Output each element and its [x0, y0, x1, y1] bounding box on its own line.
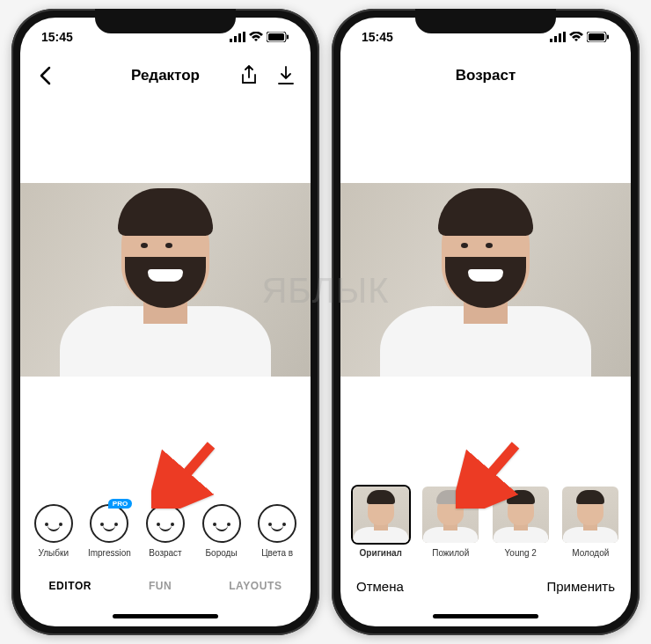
svg-rect-2 [238, 33, 241, 42]
age-thumb-original [353, 487, 409, 543]
filter-label: Улыбки [26, 548, 82, 558]
filter-icon-age [146, 504, 185, 543]
home-indicator[interactable] [20, 605, 311, 626]
filter-icon-beards [202, 504, 241, 543]
age-label: Young 2 [489, 548, 552, 558]
status-icons [550, 32, 610, 42]
status-time: 15:45 [362, 30, 393, 44]
chevron-left-icon [39, 66, 51, 85]
filter-icon-colors [258, 504, 296, 543]
svg-rect-6 [287, 35, 289, 40]
age-item-young2[interactable]: Young 2 [489, 487, 552, 558]
nav-bar-left: Редактор [20, 56, 311, 95]
wifi-icon [569, 32, 583, 42]
photo-area-right[interactable] [340, 183, 631, 377]
age-strip[interactable]: Оригинал Пожилой Young 2 Молодой [340, 487, 631, 567]
age-thumb-young2 [493, 487, 549, 543]
status-time: 15:45 [41, 30, 73, 44]
age-label: Оригинал [349, 548, 413, 558]
filter-label: Возраст [137, 548, 194, 558]
phone-notch [415, 9, 556, 33]
signal-icon [230, 32, 245, 42]
filter-item-beards[interactable]: Бороды [194, 504, 250, 558]
phone-left: 15:45 Редактор [11, 9, 319, 635]
filter-label: Impression [82, 548, 138, 558]
nav-bar-right: Возраст [340, 56, 631, 95]
age-label: Молодой [559, 548, 622, 558]
share-button[interactable] [238, 65, 260, 86]
phone-right: 15:45 Возраст [332, 9, 640, 635]
svg-rect-5 [268, 33, 284, 40]
action-bar: Отмена Применить [340, 567, 631, 605]
age-thumb-young [562, 487, 618, 543]
svg-rect-1 [234, 36, 237, 42]
pro-badge: PRO [108, 499, 132, 509]
photo-area-left[interactable] [20, 183, 311, 377]
age-thumb-old [422, 487, 479, 543]
home-indicator[interactable] [340, 605, 631, 626]
photo-person [398, 192, 574, 377]
tab-editor[interactable]: EDITOR [41, 574, 99, 597]
filter-icon-impression [90, 504, 128, 543]
svg-rect-12 [589, 33, 604, 40]
battery-icon [587, 32, 610, 42]
filter-item-smiles[interactable]: Улыбки [26, 504, 82, 558]
age-item-young[interactable]: Молодой [559, 487, 622, 558]
wifi-icon [249, 32, 263, 42]
back-button[interactable] [34, 65, 55, 86]
battery-icon [267, 32, 289, 42]
filter-label: Цвета в [249, 548, 305, 558]
svg-rect-3 [243, 32, 245, 42]
age-options-area: Оригинал Пожилой Young 2 Молодой [340, 377, 631, 567]
blank-area [340, 95, 631, 183]
filter-icon-smiles [34, 504, 73, 543]
filter-item-colors[interactable]: Цвета в [249, 504, 305, 558]
svg-rect-10 [563, 32, 566, 42]
tab-layouts[interactable]: LAYOUTS [222, 574, 289, 597]
svg-rect-8 [554, 36, 557, 42]
age-label: Пожилой [419, 548, 482, 558]
filter-item-age[interactable]: Возраст [137, 504, 194, 558]
age-item-old[interactable]: Пожилой [419, 487, 482, 558]
share-icon [240, 65, 258, 86]
svg-rect-13 [607, 35, 609, 40]
filter-label: Бороды [194, 548, 250, 558]
svg-rect-0 [230, 39, 232, 42]
filters-area: Улыбки PRO Impression Возраст Бороды [20, 377, 311, 567]
download-icon [277, 66, 295, 85]
download-button[interactable] [275, 65, 296, 86]
tab-fun[interactable]: FUN [142, 574, 179, 597]
phone-notch [95, 9, 236, 33]
age-item-original[interactable]: Оригинал [349, 487, 413, 558]
apply-button[interactable]: Применить [546, 579, 615, 594]
svg-rect-7 [550, 39, 552, 42]
cancel-button[interactable]: Отмена [356, 579, 404, 594]
status-icons [230, 32, 289, 42]
signal-icon [550, 32, 566, 42]
screen-right: 15:45 Возраст [340, 18, 631, 626]
tab-bar: EDITOR FUN LAYOUTS [20, 567, 311, 605]
blank-area [20, 95, 311, 183]
screen-left: 15:45 Редактор [20, 18, 311, 626]
filter-strip[interactable]: Улыбки PRO Impression Возраст Бороды [20, 504, 311, 567]
svg-rect-9 [559, 33, 561, 42]
photo-person [77, 192, 253, 377]
nav-title-right: Возраст [340, 67, 631, 84]
filter-item-impression[interactable]: PRO Impression [82, 504, 138, 558]
